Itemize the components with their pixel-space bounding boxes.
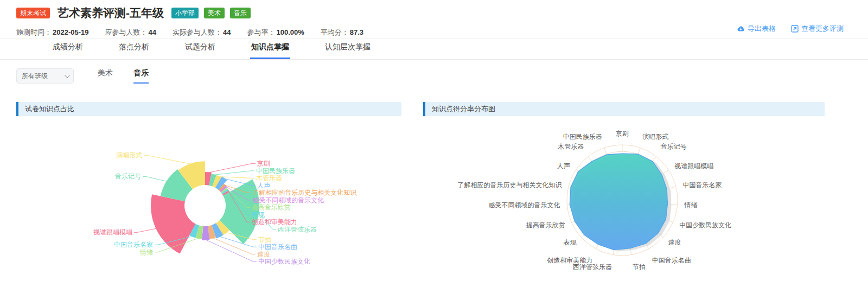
class-filter-select[interactable]: 所有班级: [16, 68, 74, 84]
stat-participation-rate: 参与率：100.00%: [247, 28, 304, 37]
radar-axis-label: 表现: [563, 239, 577, 246]
radar-axis-label: 演唱形式: [642, 133, 668, 141]
rose-slice-label: 情绪: [139, 248, 153, 256]
rose-slice-label: 西洋管弦乐器: [278, 226, 317, 233]
radar-axis-label: 木管乐器: [557, 143, 584, 150]
rose-chart: 京剧中国民族乐器木管乐器人声了解相应的音乐历史与相关文化知识感受不同领域的音乐文…: [16, 116, 401, 296]
rose-slice-label: 感受不同领域的音乐文化: [252, 196, 324, 204]
score-rate-distribution-panel: 知识点得分率分布图 京剧演唱形式音乐记号视谱跟唱模唱中国音乐名家情绪中国少数民族…: [423, 102, 825, 296]
radar-axis-label: 京剧: [616, 130, 629, 137]
rose-slice-label: 木管乐器: [256, 174, 282, 182]
radar-axis-label: 情绪: [684, 201, 698, 209]
cloud-download-icon: [737, 25, 745, 33]
tab-question-analysis[interactable]: 试题分析: [184, 38, 216, 59]
exam-type-badge: 期末考试: [16, 8, 50, 18]
radar-series-polygon: [570, 154, 667, 250]
radar-axis-label: 西洋管弦乐器: [573, 263, 612, 271]
right-section-title: 知识点得分率分布图: [423, 102, 825, 116]
rose-slice-label: 中国民族乐器: [256, 167, 295, 175]
export-table-button[interactable]: 导出表格: [737, 24, 776, 34]
external-link-icon: [791, 25, 799, 33]
page-title: 艺术素养评测-五年级: [58, 5, 164, 21]
stat-average-score: 平均分：87.3: [321, 28, 363, 37]
rose-slice-label: 速度: [257, 251, 270, 258]
rose-slice-label: 视谱跟唱模唱: [93, 228, 132, 236]
radar-axis-label: 创造和审美能力: [546, 257, 592, 264]
rose-slice-label: 京剧: [257, 159, 270, 167]
page-header: 期末考试 艺术素养评测-五年级 小学部 美术 音乐 施测时间：2022-05-1…: [0, 0, 868, 39]
tab-cognitive-level-mastery[interactable]: 认知层次掌握: [324, 38, 372, 59]
subject-badge-art: 美术: [204, 8, 225, 18]
radar-axis-label: 了解相应的音乐历史与相关文化知识: [458, 181, 563, 189]
radar-axis-label: 感受不同领域的音乐文化: [488, 201, 560, 209]
tab-score-analysis[interactable]: 成绩分析: [52, 38, 84, 59]
stat-actual-participants: 实际参与人数：44: [173, 28, 231, 37]
radar-axis-label: 中国民族乐器: [563, 133, 602, 141]
rose-slice-label: 创造和审美能力: [251, 218, 297, 226]
rose-slice-label: 了解相应的音乐历史与相关文化知识: [252, 189, 357, 196]
radar-axis-label: 提高音乐欣赏: [526, 221, 565, 229]
stat-expected-participants: 应参与人数：44: [105, 28, 156, 37]
radar-axis-label: 音乐记号: [661, 143, 687, 150]
tab-placement-analysis[interactable]: 落点分析: [118, 38, 150, 59]
rose-slice-label: 中国音乐名家: [114, 241, 153, 248]
rose-slice-label: 提高音乐欣赏: [252, 203, 291, 211]
rose-slice-label: 演唱形式: [116, 151, 142, 159]
subject-badge-music: 音乐: [230, 8, 251, 18]
stat-test-date: 施测时间：2022-05-19: [16, 28, 89, 37]
rose-slice-label: 中国少数民族文化: [258, 258, 310, 265]
view-more-evaluations-link[interactable]: 查看更多评测: [791, 24, 844, 34]
radar-axis-label: 中国音乐名家: [682, 181, 722, 189]
rose-slice-label: 中国音乐名曲: [258, 243, 297, 251]
department-badge: 小学部: [171, 8, 199, 18]
radar-axis-label: 中国少数民族文化: [679, 221, 731, 229]
radar-axis-label: 速度: [668, 239, 681, 246]
left-section-title: 试卷知识点占比: [16, 102, 401, 116]
radar-axis-label: 中国音乐名曲: [652, 257, 691, 264]
subject-tab-music[interactable]: 音乐: [133, 68, 149, 84]
stats-row: 施测时间：2022-05-19 应参与人数：44 实际参与人数：44 参与率：1…: [16, 28, 852, 37]
analysis-tabs: 成绩分析 落点分析 试题分析 知识点掌握 认知层次掌握: [0, 39, 868, 60]
rose-slice-label: 节拍: [258, 236, 271, 244]
knowledge-point-proportion-panel: 试卷知识点占比 京剧中国民族乐器木管乐器人声了解相应的音乐历史与相关文化知识感受…: [16, 102, 401, 296]
rose-slice-label: 表现: [252, 211, 265, 219]
subject-tabs: 美术 音乐: [98, 68, 149, 84]
radar-axis-label: 节拍: [633, 263, 646, 271]
radar-chart: 京剧演唱形式音乐记号视谱跟唱模唱中国音乐名家情绪中国少数民族文化速度中国音乐名曲…: [423, 116, 825, 296]
rose-slice-label: 音乐记号: [115, 173, 141, 180]
subject-tab-art[interactable]: 美术: [98, 68, 113, 84]
tab-knowledge-point-mastery[interactable]: 知识点掌握: [250, 38, 290, 59]
chevron-down-icon: [65, 73, 70, 78]
radar-axis-label: 人声: [557, 162, 570, 170]
rose-slice-label: 人声: [257, 182, 270, 189]
radar-axis-label: 视谱跟唱模唱: [674, 162, 713, 170]
